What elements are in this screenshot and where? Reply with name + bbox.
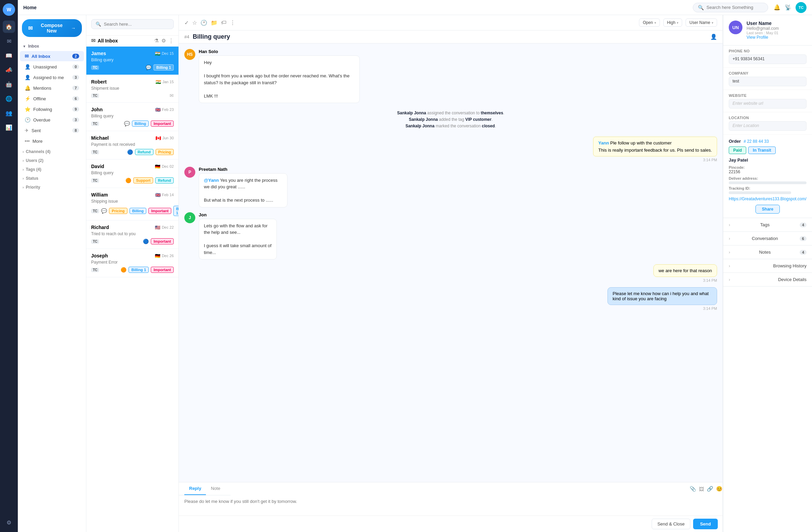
sort-icon[interactable]: ⚙ — [161, 38, 166, 44]
conv-item-michael[interactable]: Michael 🇨🇦 Jun 30 Payment is not receive… — [86, 131, 179, 160]
inbox-toolbar-text: All Inbox — [98, 38, 118, 43]
tags-section-arrow: › — [729, 223, 730, 227]
conv-search-box[interactable]: 🔍 — [91, 19, 174, 29]
more-options-btn[interactable]: ⋮ — [230, 20, 235, 26]
attachment-icon[interactable]: 📎 — [690, 486, 696, 492]
user-avatar[interactable]: TC — [796, 2, 807, 13]
browsing-history-section[interactable]: › Browsing History — [723, 259, 812, 273]
assign-icon[interactable]: 👤 — [710, 34, 717, 40]
tags-group[interactable]: › Tags (4) — [18, 164, 86, 173]
conv-bottom-james: TC 💬 Billing 1 — [91, 64, 174, 71]
sidebar-item-overdue[interactable]: 🕐 Overdue 3 — [20, 115, 84, 125]
conv-item-james[interactable]: James 🇮🇳 Dec 15 Billing query TC 💬 Billi… — [86, 47, 179, 75]
nav-analytics[interactable]: 📊 — [3, 121, 15, 134]
nav-campaigns[interactable]: 📣 — [3, 64, 15, 76]
conv-item-william[interactable]: William 🇬🇧 Feb 14 Shipping issue TC 💬 Pr… — [86, 188, 179, 220]
nav-contacts[interactable]: 📖 — [3, 49, 15, 62]
channels-group[interactable]: › Channels (4) — [18, 147, 86, 155]
conv-section-label: Conversation — [752, 236, 778, 241]
conv-item-john[interactable]: John 🇬🇧 Feb 23 Billing query TC 💬 Billin… — [86, 103, 179, 131]
website-value[interactable]: Enter website url — [729, 99, 807, 109]
clock-icon[interactable]: 🕐 — [200, 20, 207, 26]
reply-input[interactable] — [179, 495, 723, 515]
sidebar-item-unassigned[interactable]: 👤 Unassigned 0 — [20, 62, 84, 72]
conv-bottom-robert: TC ✉ — [91, 93, 174, 98]
app-logo[interactable]: W — [3, 3, 15, 16]
nav-home[interactable]: 🏠 — [3, 21, 15, 33]
agent-badge-joseph: TC — [91, 268, 99, 272]
users-group[interactable]: › Users (2) — [18, 155, 86, 164]
status-group[interactable]: › Status — [18, 173, 86, 182]
check-icon[interactable]: ✓ — [184, 20, 189, 26]
send-button[interactable]: Send — [693, 519, 718, 529]
conv-item-richard[interactable]: Richard 🇺🇸 Dec 22 Tried to reach out to … — [86, 220, 179, 249]
tags-section[interactable]: › Tags 4 — [723, 218, 812, 232]
chat-header-actions: ✓ ☆ 🕐 📁 🏷 ⋮ — [184, 20, 235, 26]
tag-william-3: Important — [148, 208, 171, 214]
offline-icon: ⚡ — [25, 96, 30, 101]
tab-note[interactable]: Note — [206, 482, 225, 495]
tag-richard-1: Important — [151, 238, 174, 244]
assignee-dropdown[interactable]: User Name ▾ — [686, 18, 717, 27]
sent-label: Sent — [32, 128, 41, 133]
link-icon[interactable]: 🔗 — [707, 486, 713, 492]
tags-arrow: › — [23, 168, 24, 172]
nav-hierarchy[interactable]: 🌐 — [3, 92, 15, 105]
nav-bots[interactable]: 🤖 — [3, 78, 15, 90]
sidebar-item-following[interactable]: ⭐ Following 9 — [20, 104, 84, 114]
status-dropdown[interactable]: Open ▾ — [639, 18, 660, 27]
flag-james: 🇮🇳 — [155, 51, 160, 56]
compose-new-button[interactable]: ✉ Compose New → — [22, 19, 82, 37]
share-button[interactable]: Share — [755, 205, 780, 214]
sidebar-item-offline[interactable]: ⚡ Offline 6 — [20, 93, 84, 104]
priority-dropdown[interactable]: High ▾ — [663, 18, 682, 27]
folder-icon[interactable]: 📁 — [211, 20, 218, 26]
conv-date-william: 🇬🇧 Feb 14 — [155, 192, 174, 198]
image-icon[interactable]: 🖼 — [699, 486, 704, 492]
notifications-icon[interactable]: 🔔 — [774, 4, 780, 11]
more-options-icon[interactable]: ⋮ — [169, 38, 174, 44]
nav-inbox[interactable]: ✉ — [3, 35, 15, 47]
conv-item-robert[interactable]: Robert 🇮🇳 Jan 15 Shipment issue TC ✉ — [86, 75, 179, 103]
priority-group[interactable]: › Priority — [18, 182, 86, 191]
agent-badge-james: TC — [91, 65, 99, 70]
unassigned-badge: 0 — [72, 64, 79, 69]
send-close-button[interactable]: Send & Close — [652, 519, 691, 529]
msg-right-1-container: we are here for that reason 3:14 PM — [653, 264, 717, 282]
activity-icon[interactable]: 📡 — [785, 4, 791, 11]
star-icon[interactable]: ☆ — [192, 20, 197, 26]
inbox-section-header[interactable]: ▼ Inbox — [18, 42, 86, 51]
conv-item-joseph[interactable]: Joseph 🇩🇪 Dec 26 Payment Error TC 🟠 Bill… — [86, 249, 179, 277]
view-profile-link[interactable]: View Profile — [747, 35, 779, 40]
company-value[interactable]: test — [729, 77, 807, 86]
sidebar-item-sent[interactable]: ✈ Sent 8 — [20, 125, 84, 136]
conv-search-input[interactable] — [104, 22, 169, 27]
location-value[interactable]: Enter Location — [729, 121, 807, 131]
tab-reply[interactable]: Reply — [184, 482, 206, 495]
global-search[interactable]: 🔍 — [693, 3, 768, 12]
emoji-icon[interactable]: 😊 — [716, 486, 723, 492]
device-details-section[interactable]: › Device Details — [723, 273, 812, 287]
sidebar-item-assigned-to-me[interactable]: 👤 Assigned to me 3 — [20, 72, 84, 83]
tracking-row: Tracking ID: — [729, 186, 807, 194]
sidebar-item-all-inbox[interactable]: ✉ All Inbox 2 — [20, 51, 84, 61]
conv-item-david[interactable]: David 🇩🇪 Dec 02 Billing query TC 🟠 Suppo… — [86, 160, 179, 188]
conversation-section[interactable]: › Conversation 6 — [723, 232, 812, 245]
nav-team[interactable]: 👥 — [3, 107, 15, 119]
conv-bottom-richard: TC 🔵 Important — [91, 238, 174, 244]
notes-section[interactable]: › Notes 4 — [723, 245, 812, 259]
nav-settings[interactable]: ⚙ — [3, 516, 15, 529]
msg-row-han-solo: HS Han Solo Hey I bought from you a week… — [184, 49, 717, 103]
msg-bubble-right-2: Please let me know how can i help you an… — [607, 287, 717, 305]
sidebar-item-more[interactable]: ••• More — [20, 136, 84, 146]
tracking-link[interactable]: Https://Greatadventures133.Blogspot.com/ — [729, 197, 807, 201]
filter-icon[interactable]: ⚗ — [154, 38, 159, 44]
sidebar-item-mentions[interactable]: 🔔 Mentions 7 — [20, 83, 84, 93]
note-body: This is really important feedback for us… — [598, 148, 712, 153]
tag-icon[interactable]: 🏷 — [221, 20, 226, 26]
search-input[interactable] — [706, 5, 761, 10]
avatar-preetam: P — [184, 167, 195, 178]
user-last-seen: Last seen : May 01 — [747, 31, 779, 35]
phone-value[interactable]: +91 93834 56341 — [729, 54, 807, 64]
note-time: 3:14 PM — [593, 158, 717, 162]
